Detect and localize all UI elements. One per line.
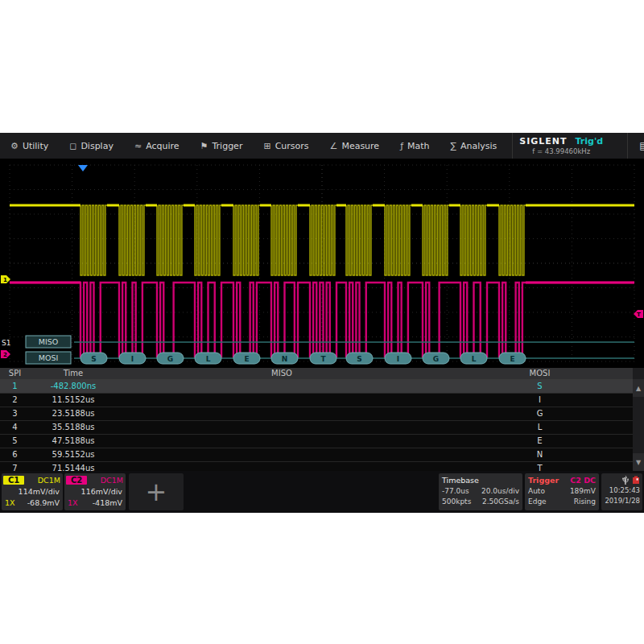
menu-math[interactable]: ƒMath — [390, 133, 440, 159]
decode-bus-label: MISO — [39, 337, 59, 346]
menu-display[interactable]: ◻Display — [59, 133, 124, 159]
channel2-badge: C2 — [66, 476, 87, 485]
table-row[interactable]: 435.5188usL — [0, 421, 633, 435]
ruler-icon: ∠ — [330, 141, 338, 151]
menu-measure[interactable]: ∠Measure — [320, 133, 390, 159]
decode-bubble-char: G — [433, 355, 439, 363]
channel2-descriptor[interactable]: C2 DC1M 116mV/div 1X -418mV — [64, 473, 126, 510]
channel2-marker-label: 2 — [3, 352, 7, 358]
display-icon: ◻ — [69, 141, 76, 151]
trigger-frequency-readout: f = 43.99460kHz — [532, 147, 590, 155]
table-cell: 6 — [0, 448, 30, 461]
timebase-samplerate: 2.50GSa/s — [482, 497, 519, 507]
menu-label: Utility — [23, 141, 48, 151]
menu-label: Trigger — [212, 141, 242, 151]
table-cell: G — [447, 407, 633, 420]
scroll-up-button[interactable]: ▲ — [633, 379, 644, 397]
table-row[interactable]: 659.5152usN — [0, 448, 633, 462]
table-cell: 35.5188us — [30, 421, 117, 434]
list-icon: ▤ — [639, 140, 644, 151]
channel1-descriptor[interactable]: C1 DC1M 114mV/div 1X -68.9mV — [2, 473, 63, 510]
function-icon: ƒ — [400, 141, 403, 151]
waveform-display[interactable]: MISOMOSIS1SIGLENTSIGLE12T — [0, 159, 644, 368]
gear-icon: ⚙ — [10, 141, 19, 151]
table-cell: 59.5152us — [30, 448, 117, 461]
menu-label: Analysis — [460, 141, 497, 151]
menu-label: Acquire — [146, 141, 179, 151]
table-cell: 5 — [0, 435, 30, 448]
brand-block: SIGLENT Trig'd f = 43.99460kHz — [512, 133, 609, 159]
channel1-coupling: DC1M — [38, 476, 60, 485]
menu-cursors[interactable]: ⊞Cursors — [253, 133, 319, 159]
table-cell: S — [447, 380, 633, 393]
timebase-scale: 20.0us/div — [481, 486, 519, 497]
timebase-descriptor[interactable]: Timebase -77.0us 20.0us/div 500kpts 2.50… — [439, 473, 522, 510]
timebase-delay: -77.0us — [442, 486, 469, 497]
channel1-scale: 114mV/div — [19, 486, 60, 497]
timebase-title: Timebase — [442, 475, 519, 486]
decode-bubble-char: N — [282, 355, 288, 363]
table-row[interactable]: 211.5152usI — [0, 394, 633, 407]
table-cell — [117, 394, 447, 407]
table-cell: 47.5188us — [30, 435, 117, 448]
table-cell — [117, 421, 447, 434]
trigger-level-label: T — [637, 312, 641, 318]
decode-bus-label: MOSI — [39, 353, 59, 362]
menu-analysis[interactable]: ∑Analysis — [440, 133, 508, 159]
table-cell: 3 — [0, 407, 30, 420]
wave-icon: ≈ — [134, 141, 142, 151]
trigger-status-badge: Trig'd — [576, 136, 604, 147]
decode-bubble-char: T — [320, 355, 326, 363]
table-row[interactable]: 547.5188usE — [0, 435, 633, 448]
col-header-time: Time — [30, 368, 117, 379]
table-cell: 23.5188us — [30, 407, 117, 420]
col-header-miso: MISO — [117, 368, 447, 379]
decode-bubble-char: S — [357, 355, 361, 363]
menu-label: Display — [80, 141, 114, 151]
table-cell: E — [447, 435, 633, 448]
decode-bubble-char: E — [510, 355, 514, 363]
trigger-source: C2 DC — [570, 475, 596, 486]
timebase-points: 500kpts — [442, 497, 471, 507]
table-cell — [117, 435, 447, 448]
status-bar: C1 DC1M 114mV/div 1X -68.9mV C2 DC1M 116… — [0, 471, 644, 513]
menu-label: Cursors — [275, 141, 309, 151]
menu-utility[interactable]: ⚙Utility — [0, 133, 59, 159]
decode-list-button[interactable]: ▤ DECODE LIST — [627, 133, 644, 159]
table-cell: L — [447, 421, 633, 434]
table-row[interactable]: 323.5188usG — [0, 407, 633, 421]
decode-bubble-char: I — [397, 355, 399, 363]
table-row[interactable]: 1-482.800nsS — [0, 380, 633, 394]
add-channel-button[interactable]: + — [129, 473, 184, 510]
plus-icon: + — [146, 479, 167, 505]
decode-bubble-char: E — [244, 355, 249, 363]
menu-bar: ⚙Utility ◻Display ≈Acquire ⚑Trigger ⊞Cur… — [0, 133, 644, 159]
trigger-title: Trigger — [528, 475, 559, 486]
channel1-probe: 1X — [5, 497, 15, 509]
channel1-badge: C1 — [3, 476, 24, 485]
menu-acquire[interactable]: ≈Acquire — [124, 133, 190, 159]
table-cell — [117, 407, 447, 420]
table-scrollbar[interactable]: ▲ ▼ — [633, 368, 644, 471]
decode-bubble-char: S — [91, 355, 96, 363]
decode-bubble-char: L — [472, 355, 477, 363]
decode-table-header: SPI Time MISO MOSI — [0, 368, 633, 380]
storage-device-icon — [632, 476, 640, 485]
menu-label: Measure — [341, 141, 379, 151]
table-cell: 1 — [0, 380, 30, 393]
table-cell — [117, 380, 447, 393]
menu-trigger[interactable]: ⚑Trigger — [190, 133, 254, 159]
table-cell: 4 — [0, 421, 30, 434]
channel1-offset: -68.9mV — [27, 497, 60, 509]
scroll-down-button[interactable]: ▼ — [633, 453, 644, 471]
trigger-mode: Auto — [528, 486, 545, 497]
channel2-probe: 1X — [68, 497, 78, 509]
table-cell: -482.800ns — [30, 380, 117, 393]
system-info-box: 10:25:43 2019/1/28 — [601, 473, 642, 510]
system-date: 2019/1/28 — [604, 496, 640, 506]
c2-trace — [10, 283, 634, 357]
trigger-descriptor[interactable]: Trigger C2 DC Auto 189mV Edge Rising — [525, 473, 599, 510]
trigger-slope: Rising — [574, 497, 596, 507]
channel2-offset: -418mV — [93, 497, 122, 509]
trigger-position-marker[interactable] — [78, 165, 88, 171]
